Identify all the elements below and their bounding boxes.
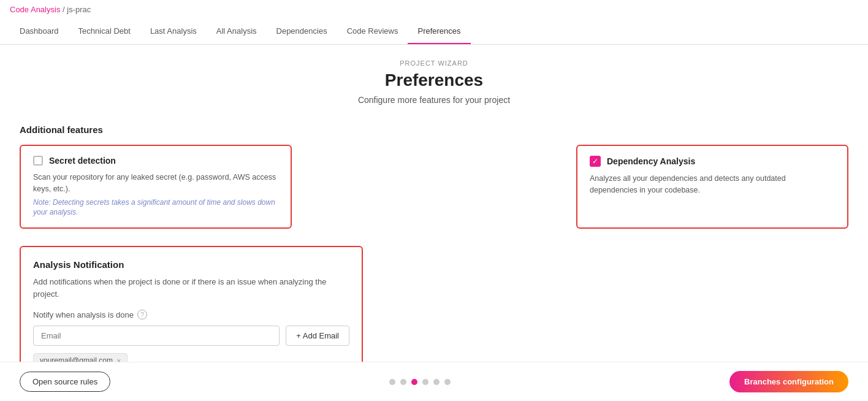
page-subtitle: Configure more features for your project: [20, 95, 848, 105]
notification-desc: Add notifications when the project is do…: [33, 276, 349, 300]
tab-preferences[interactable]: Preferences: [408, 19, 470, 44]
nav-tabs: Dashboard Technical Debt Last Analysis A…: [0, 19, 868, 45]
page-header: PROJECT WIZARD Preferences Configure mor…: [20, 59, 848, 105]
breadcrumb: Code Analysis / js-prac: [0, 0, 868, 19]
features-spacer: [311, 145, 557, 229]
pagination-dots: [389, 379, 451, 385]
main-content: PROJECT WIZARD Preferences Configure mor…: [0, 45, 868, 401]
dependency-analysis-desc: Analyzes all your dependencies and detec…: [590, 173, 835, 196]
secret-detection-checkbox[interactable]: [33, 156, 43, 166]
dependency-analysis-title: Dependency Analysis: [607, 156, 695, 166]
tab-all-analysis[interactable]: All Analysis: [207, 19, 267, 44]
secret-detection-note: Note: Detecting secrets takes a signific…: [33, 197, 278, 218]
notification-title: Analysis Notification: [33, 259, 349, 270]
secret-detection-header: Secret detection: [33, 156, 278, 166]
pagination-dot-1[interactable]: [400, 379, 406, 385]
tab-dashboard[interactable]: Dashboard: [10, 19, 69, 44]
secret-detection-card: Secret detection Scan your repository fo…: [20, 145, 292, 229]
pagination-dot-5[interactable]: [444, 379, 451, 385]
email-input[interactable]: [33, 326, 280, 346]
pagination-dot-4[interactable]: [433, 379, 440, 385]
app-container: Code Analysis / js-prac Dashboard Techni…: [0, 0, 868, 401]
additional-features-title: Additional features: [20, 124, 848, 135]
add-email-button[interactable]: + Add Email: [286, 326, 349, 346]
dependency-analysis-checkbox[interactable]: ✓: [590, 156, 601, 167]
secret-detection-title: Secret detection: [49, 156, 116, 166]
page-title: Preferences: [20, 71, 848, 90]
pagination-dot-2[interactable]: [411, 379, 417, 385]
breadcrumb-app-link[interactable]: Code Analysis: [10, 5, 60, 14]
secret-detection-desc: Scan your repository for any leaked secr…: [33, 172, 278, 195]
open-source-button[interactable]: Open source rules: [20, 372, 110, 392]
dependency-analysis-card: ✓ Dependency Analysis Analyzes all your …: [576, 145, 848, 229]
tab-last-analysis[interactable]: Last Analysis: [140, 19, 207, 44]
dependency-analysis-header: ✓ Dependency Analysis: [590, 156, 835, 167]
wizard-label: PROJECT WIZARD: [20, 59, 848, 67]
email-input-row: + Add Email: [33, 326, 349, 346]
pagination-dot-0[interactable]: [389, 379, 395, 385]
features-grid: Secret detection Scan your repository fo…: [20, 145, 848, 229]
footer: Open source rules Branches configuration: [0, 362, 868, 401]
notify-label-text: Notify when analysis is done: [33, 310, 134, 319]
analysis-notification-card: Analysis Notification Add notifications …: [20, 246, 363, 381]
tab-technical-debt[interactable]: Technical Debt: [69, 19, 140, 44]
tab-dependencies[interactable]: Dependencies: [267, 19, 337, 44]
breadcrumb-project: js-prac: [67, 5, 91, 14]
notify-label: Notify when analysis is done ?: [33, 310, 349, 319]
pagination-dot-3[interactable]: [422, 379, 428, 385]
tab-code-reviews[interactable]: Code Reviews: [337, 19, 408, 44]
help-icon[interactable]: ?: [137, 310, 147, 319]
branches-configuration-button[interactable]: Branches configuration: [729, 371, 848, 392]
